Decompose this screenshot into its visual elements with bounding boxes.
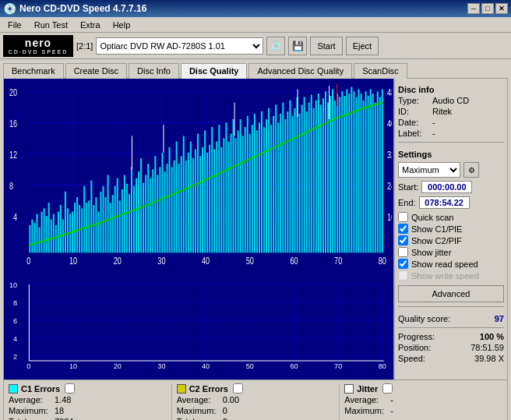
svg-rect-169 [348,94,350,252]
c2-avg-row: Average: 0.00 [177,395,335,404]
svg-rect-132 [261,111,263,252]
menu-file[interactable]: File [3,19,26,31]
end-time-input[interactable] [419,196,470,209]
jitter-avg-value: - [390,395,393,404]
settings-icon-button[interactable]: ⚙ [463,162,479,178]
main-content: 20 16 12 8 4 48 40 32 24 16 0 10 20 30 4… [3,78,508,380]
disc-icon-button[interactable]: 💿 [266,37,285,55]
svg-rect-35 [31,220,33,253]
advanced-button[interactable]: Advanced [398,285,504,302]
svg-rect-48 [62,220,64,253]
tab-scandisc[interactable]: ScanDisc [354,63,407,79]
svg-rect-98 [181,156,182,252]
top-chart: 20 16 12 8 4 48 40 32 24 16 0 10 20 30 4… [5,80,392,275]
disc-label-value: - [432,129,435,138]
svg-rect-120 [233,119,234,252]
menu-runtest[interactable]: Run Test [30,19,72,31]
c2-total-row: Total: 0 [177,417,335,420]
svg-rect-130 [256,130,258,252]
svg-text:48: 48 [387,86,392,97]
svg-rect-100 [185,161,187,253]
show-write-checkbox[interactable] [398,270,408,281]
c2-checkbox[interactable] [233,383,243,394]
svg-text:4: 4 [13,211,17,222]
c2-total-value: 0 [223,417,227,420]
jitter-header: Jitter [344,383,502,394]
svg-rect-156 [318,94,319,252]
show-read-checkbox[interactable] [398,259,408,269]
svg-rect-188 [329,86,330,119]
disc-label-label: Label: [398,129,429,138]
c2-max-label: Maximum: [177,406,220,415]
jitter-checkbox[interactable] [382,383,393,394]
minimize-button[interactable]: ─ [467,3,480,14]
svg-rect-180 [375,103,376,253]
svg-rect-66 [105,197,107,252]
chart-area: 20 16 12 8 4 48 40 32 24 16 0 10 20 30 4… [4,79,394,379]
tab-create-disc[interactable]: Create Disc [65,63,127,79]
svg-rect-133 [263,127,265,252]
drive-selector[interactable]: Optiarc DVD RW AD-7280S 1.01 [96,37,263,55]
progress-value: 100 % [480,332,504,341]
svg-text:10: 10 [69,362,77,370]
svg-rect-163 [334,101,336,253]
maximize-button[interactable]: □ [481,3,494,14]
start-button[interactable]: Start [310,37,342,55]
tab-benchmark[interactable]: Benchmark [3,63,64,79]
settings-title: Settings [398,150,504,159]
logo-sub: CD·DVD SPEED [9,49,69,55]
svg-rect-124 [242,136,244,252]
svg-rect-144 [289,101,291,253]
svg-rect-88 [157,175,158,252]
tab-disc-info[interactable]: Disc Info [129,63,179,79]
show-jitter-checkbox[interactable] [398,247,408,257]
svg-rect-99 [183,136,185,252]
close-button[interactable]: ✕ [495,3,508,14]
tab-advanced-disc-quality[interactable]: Advanced Disc Quality [248,63,352,79]
svg-text:10: 10 [9,281,17,289]
jitter-max-row: Maximum: - [344,406,502,415]
c1-avg-value: 1.48 [55,395,71,404]
svg-text:50: 50 [246,255,254,266]
c1-checkbox[interactable] [65,383,75,394]
svg-rect-83 [145,175,146,252]
menu-help[interactable]: Help [108,19,136,31]
svg-rect-47 [60,205,62,252]
svg-rect-125 [245,127,246,252]
svg-rect-155 [315,101,317,253]
menu-extra[interactable]: Extra [76,19,105,31]
id-label: ID: [398,107,429,116]
svg-rect-182 [379,97,381,252]
jitter-avg-label: Average: [344,395,387,404]
svg-text:4: 4 [13,335,17,343]
start-time-input[interactable] [421,181,472,193]
quality-row: Quality score: 97 [398,314,504,323]
svg-rect-140 [280,114,281,253]
app-icon: 💿 [3,2,16,15]
start-time-label: Start: [398,182,418,192]
type-value: Audio CD [432,96,469,105]
show-c2-checkbox[interactable] [398,235,408,245]
bottom-chart: 10 8 6 4 2 0 10 20 30 40 50 60 70 80 [5,277,392,378]
svg-rect-160 [327,103,329,253]
svg-rect-57 [83,186,85,253]
svg-rect-134 [266,119,267,252]
svg-text:8: 8 [9,180,13,191]
svg-rect-85 [150,178,151,253]
show-write-label: Show write speed [411,271,479,281]
svg-rect-115 [220,147,222,253]
tab-disc-quality[interactable]: Disc Quality [181,63,248,79]
svg-text:8: 8 [13,299,17,307]
show-c1-checkbox[interactable] [398,224,408,234]
eject-button[interactable]: Eject [346,37,379,55]
svg-text:60: 60 [290,255,298,266]
disc-label-row: Label: - [398,129,504,138]
svg-rect-39 [41,212,43,253]
save-button[interactable]: 💾 [288,37,307,55]
svg-rect-171 [353,91,354,252]
quick-scan-checkbox[interactable] [398,212,408,222]
speed-selector[interactable]: Maximum [398,162,460,178]
svg-text:40: 40 [387,118,392,129]
type-row: Type: Audio CD [398,96,504,105]
svg-rect-162 [332,89,333,252]
